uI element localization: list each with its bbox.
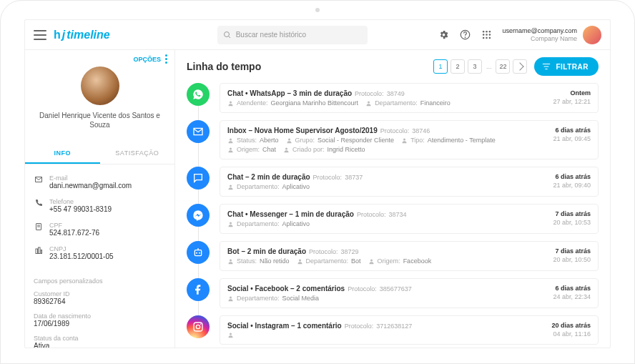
- protocol-label: Protocolo:: [380, 127, 410, 134]
- tab-info[interactable]: INFO: [25, 144, 100, 164]
- svg-point-3: [465, 37, 466, 38]
- document-icon: [34, 222, 44, 231]
- tab-satisfacao[interactable]: SATISFAÇÃO: [100, 144, 175, 164]
- svg-point-33: [199, 252, 200, 254]
- field-customer-id: Customer ID 89362764: [25, 287, 174, 310]
- page-1[interactable]: 1: [433, 59, 448, 74]
- search-input[interactable]: Buscar neste histórico: [217, 26, 368, 44]
- event-absolute-time: 04 abr, 11:16: [551, 330, 591, 338]
- event-absolute-time: 24 abr, 22:34: [553, 293, 591, 300]
- timeline-event[interactable]: Social • Facebook – 2 comentáriosProtoco…: [187, 278, 599, 308]
- event-meta-item: Origem: Facebook: [368, 257, 432, 265]
- svg-point-40: [196, 325, 200, 328]
- event-meta-item: Grupo: Social - Responder Cliente: [286, 137, 395, 144]
- chevron-right-icon: [516, 62, 524, 70]
- svg-point-26: [403, 138, 405, 140]
- event-card: Social • Instagram – 1 comentárioProtoco…: [220, 315, 599, 345]
- event-meta-item: Origem: Chat: [227, 146, 276, 153]
- app-logo: hj timeline: [54, 29, 110, 41]
- help-icon[interactable]: [459, 29, 471, 41]
- svg-point-7: [483, 34, 485, 36]
- svg-point-30: [230, 222, 232, 224]
- event-absolute-time: 21 abr, 09:45: [553, 135, 591, 142]
- svg-point-27: [230, 147, 232, 149]
- chat-icon: [187, 167, 210, 190]
- sidebar-tabs: INFO SATISFAÇÃO: [25, 144, 174, 164]
- svg-point-35: [230, 259, 232, 261]
- user-email: username@company.com: [502, 27, 577, 35]
- svg-point-29: [230, 185, 232, 187]
- event-absolute-time: 21 abr, 09:40: [553, 182, 591, 189]
- page-last[interactable]: 22: [496, 59, 510, 74]
- svg-point-24: [230, 138, 232, 140]
- protocol-label: Protocolo:: [345, 323, 374, 330]
- event-title: Inbox – Nova Home Supervisor Agosto/2019: [227, 127, 378, 134]
- protocol-value: 38737: [345, 174, 363, 181]
- event-relative-time: 6 dias atrás: [553, 127, 591, 134]
- event-meta-item: Departamento: Aplicativo: [227, 183, 310, 190]
- menu-toggle[interactable]: [34, 30, 46, 40]
- timeline-event[interactable]: Social • Instagram – 1 comentárioProtoco…: [187, 315, 599, 345]
- settings-icon[interactable]: [438, 29, 449, 41]
- svg-point-36: [299, 259, 301, 261]
- event-relative-time: Ontem: [553, 89, 591, 97]
- user-avatar: [583, 26, 601, 44]
- event-meta-item: Criado por: Ingrid Ricetto: [283, 146, 365, 153]
- event-meta-item: Status: Não retido: [227, 257, 290, 265]
- event-absolute-time: 20 abr, 10:53: [553, 219, 591, 226]
- event-relative-time: 7 dias atrás: [553, 210, 591, 217]
- customer-profile: Daniel Henrique Vicente dos Santos e Sou…: [25, 64, 174, 137]
- options-link[interactable]: OPÇÕES: [133, 56, 161, 63]
- protocol-value: 385677637: [380, 285, 412, 292]
- svg-point-28: [285, 147, 287, 149]
- timeline-event[interactable]: Chat • WhatsApp – 3 min de duraçãoProtoc…: [187, 83, 599, 113]
- apps-grid-icon[interactable]: [481, 29, 492, 41]
- kebab-menu-icon[interactable]: [165, 54, 167, 64]
- page-2[interactable]: 2: [451, 59, 465, 74]
- filter-button[interactable]: FILTRAR: [534, 57, 599, 76]
- filter-icon: [541, 62, 551, 72]
- timeline-event[interactable]: Inbox – Nova Home Supervisor Agosto/2019…: [187, 120, 599, 159]
- instagram-icon: [187, 315, 210, 338]
- svg-point-8: [486, 34, 488, 36]
- timeline-event[interactable]: Bot – 2 min de duraçãoProtocolo:38729Sta…: [187, 241, 599, 271]
- customer-name: Daniel Henrique Vicente dos Santos e Sou…: [36, 111, 163, 129]
- svg-point-22: [230, 101, 232, 103]
- user-menu[interactable]: username@company.com Company Name: [502, 26, 601, 44]
- timeline-list: Chat • WhatsApp – 3 min de duraçãoProtoc…: [187, 83, 599, 345]
- event-card: Chat – 2 min de duraçãoProtocolo:38737De…: [220, 167, 599, 197]
- event-absolute-time: 20 abr, 10:50: [553, 256, 591, 263]
- event-relative-time: 20 dias atrás: [551, 322, 591, 329]
- phone-icon: [34, 198, 44, 207]
- protocol-label: Protocolo:: [313, 174, 343, 181]
- protocol-value: 38746: [412, 127, 430, 134]
- field-phone: Telefone+55 47 99031-8319: [34, 194, 166, 217]
- event-meta-item: Departamento: Financeiro: [365, 99, 451, 107]
- svg-point-25: [288, 138, 290, 140]
- svg-point-42: [230, 333, 232, 335]
- messenger-icon: [187, 204, 210, 227]
- event-relative-time: 6 dias atrás: [553, 173, 591, 180]
- svg-point-38: [230, 296, 232, 298]
- event-title: Bot – 2 min de duração: [227, 247, 306, 255]
- email-icon: [34, 174, 44, 184]
- event-card: Bot – 2 min de duraçãoProtocolo:38729Sta…: [220, 241, 599, 271]
- svg-point-11: [486, 37, 488, 39]
- svg-point-23: [368, 101, 370, 103]
- svg-line-1: [228, 36, 230, 38]
- timeline-event[interactable]: Chat • Messenger – 1 min de duraçãoProto…: [187, 204, 599, 234]
- page-next[interactable]: [513, 59, 527, 74]
- event-card: Social • Facebook – 2 comentáriosProtoco…: [220, 278, 599, 308]
- event-meta-item: Departamento: Aplicativo: [227, 220, 310, 227]
- page-3[interactable]: 3: [468, 59, 482, 74]
- timeline-event[interactable]: Chat – 2 min de duraçãoProtocolo:38737De…: [187, 167, 599, 197]
- inbox-icon: [187, 120, 210, 143]
- protocol-label: Protocolo:: [355, 90, 384, 97]
- event-card: Chat • Messenger – 1 min de duraçãoProto…: [220, 204, 599, 234]
- event-meta-item: Tipo: Atendimento - Template: [401, 137, 496, 144]
- custom-fields-header: Campos personalizados: [25, 270, 174, 287]
- svg-point-32: [196, 252, 197, 254]
- event-meta-item: [227, 332, 240, 338]
- svg-point-41: [200, 324, 202, 325]
- svg-rect-17: [39, 247, 41, 254]
